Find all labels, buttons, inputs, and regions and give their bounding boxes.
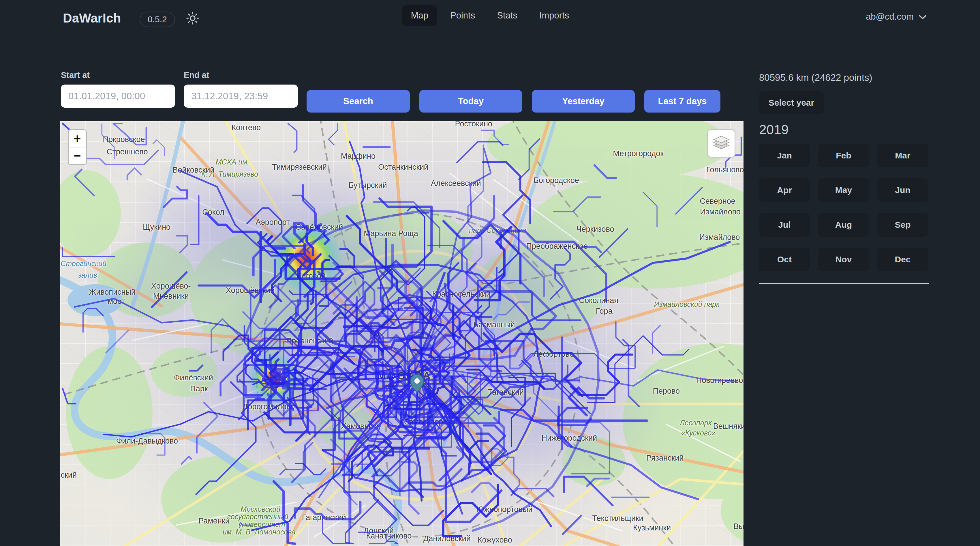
map-layers-control[interactable] [707, 129, 735, 158]
map-place-label: «Кусково» [681, 429, 716, 437]
map-place-label: Хорошёво- [151, 282, 191, 291]
map-place-label: залив [78, 271, 97, 279]
month-button[interactable]: Apr [759, 178, 810, 202]
map-canvas[interactable]: Покровское-СтрешневоКоптевоРостокиноТими… [60, 121, 743, 546]
map-place-label: Филёвский [174, 374, 213, 382]
month-button[interactable]: Jul [759, 213, 810, 237]
map-place-label: Мнёвники [153, 292, 189, 301]
map-place-label: Соколиная [579, 296, 618, 305]
nav-tab[interactable]: Stats [488, 5, 526, 26]
map-place-label: Фили-Давыдково [116, 437, 178, 445]
map-place-label: Алексеевский [431, 179, 481, 188]
map-place-label: Живописный [89, 287, 135, 296]
theme-toggle-button[interactable] [185, 10, 201, 27]
map-place-label: Гора [596, 307, 612, 315]
map-place-label: Аэропорт [256, 218, 290, 227]
map-marker[interactable] [410, 374, 424, 393]
end-date-input[interactable] [184, 85, 298, 108]
map-place-label: Марфино [341, 152, 375, 160]
month-button[interactable]: Dec [877, 247, 928, 271]
map-place-label: Богородское [533, 176, 579, 185]
user-menu[interactable]: ab@cd.com [866, 11, 927, 22]
main-nav-tabs: MapPointsStatsImports [402, 5, 578, 26]
nav-tab-label: Stats [497, 10, 517, 21]
nav-tab[interactable]: Points [442, 5, 484, 26]
heatmap-hotspot [270, 222, 342, 294]
map-place-label: Коптево [232, 123, 261, 132]
map-place-label: Марьина Роща [364, 229, 418, 238]
month-button[interactable]: Feb [818, 144, 869, 168]
map-place-label: Измайлово [699, 233, 740, 241]
map-place-label: Южнопортовый [476, 505, 532, 514]
map-place-label: Вешняки [713, 421, 743, 431]
map-place-label: Измайловский парк [654, 300, 719, 308]
map-place-label: Стрешнево [107, 147, 148, 156]
chevron-down-icon [918, 11, 927, 22]
map-place-label: айский [60, 471, 77, 480]
map-place-label: Черкизово [576, 225, 614, 233]
quick-filter-buttons: SearchTodayYesterdayLast 7 days [307, 90, 721, 113]
map-place-label: Раменки [199, 517, 229, 525]
map-place-label: Красносельский [432, 290, 491, 299]
start-date-input[interactable] [61, 85, 175, 108]
map-place-label: Дорогомилово [243, 402, 295, 411]
map-place-label: Хорошёвский [226, 286, 275, 295]
nav-tab[interactable]: Imports [531, 5, 578, 26]
version-badge: 0.5.2 [140, 11, 175, 27]
zoom-in-button[interactable]: + [68, 130, 86, 147]
map-place-label: Рязанский [646, 453, 684, 463]
map-place-label: Сокол [202, 208, 224, 217]
map-place-label: парк Сокольники [469, 226, 526, 235]
sun-icon [186, 11, 199, 26]
start-date-group: Start at [61, 70, 175, 108]
month-button[interactable]: Nov [818, 247, 869, 271]
quick-filter-button[interactable]: Search [307, 90, 410, 113]
map-place-label: мост [108, 297, 125, 306]
map-place-label: Текстильщики [592, 514, 643, 523]
month-button[interactable]: May [818, 178, 869, 202]
map-place-label: университет [239, 520, 285, 528]
map-place-label: Даниловский [423, 534, 471, 543]
map-place-label: Канатчиково [366, 531, 412, 540]
zoom-out-button[interactable]: − [68, 147, 86, 164]
nav-tab[interactable]: Map [402, 5, 437, 26]
quick-filter-button[interactable]: Last 7 days [644, 90, 721, 113]
map-place-label: Кожухово [477, 536, 512, 544]
map-place-label: Парк [190, 385, 208, 393]
map-place-label: Войковский [173, 166, 215, 175]
map-place-label: Хамовники [341, 421, 381, 431]
end-at-label: End at [184, 70, 298, 80]
navbar: DaWarIch 0.5.2 MapPointsStatsImports ab@… [0, 0, 980, 36]
month-button[interactable]: Sep [877, 213, 928, 237]
nav-tab-label: Points [450, 10, 475, 21]
map-place-label: Савёловский [295, 222, 343, 231]
quick-filter-button[interactable]: Yesterday [532, 90, 635, 113]
map-place-label: Перово [653, 386, 680, 395]
map-place-label: Нижегородский [542, 434, 597, 443]
map-place-label: Метрогородок [613, 149, 663, 158]
map-place-label: Пресненский [286, 337, 333, 345]
quick-filter-button[interactable]: Today [419, 90, 522, 113]
map-place-label: Останкинский [378, 163, 428, 171]
map-place-label: Бутырский [349, 181, 387, 190]
map-place-label: Северное [700, 196, 735, 206]
start-at-label: Start at [61, 70, 175, 80]
map-place-label: Кузьминки [633, 523, 671, 532]
map-place-label: Беговой [296, 271, 326, 280]
year-heading: 2019 [759, 122, 929, 137]
nav-tab-label: Map [411, 10, 428, 21]
map-place-label: Ростокино [455, 121, 492, 128]
month-button[interactable]: Jun [877, 178, 928, 202]
right-sidebar: 80595.6 km (24622 points) Select year 20… [759, 72, 929, 284]
map-place-label: Гагаринский [302, 513, 346, 522]
end-date-group: End at [184, 70, 298, 108]
map-place-label: Гольяново [706, 165, 743, 174]
map-place-label: Покровское- [103, 135, 148, 144]
month-button[interactable]: Mar [877, 144, 928, 168]
month-button[interactable]: Jan [759, 144, 810, 168]
map-place-label: Измайлово [700, 207, 741, 216]
select-year-button[interactable]: Select year [759, 91, 824, 114]
month-button[interactable]: Oct [759, 247, 810, 271]
month-button[interactable]: Aug [818, 213, 869, 237]
map-place-label: Вых [733, 522, 743, 531]
